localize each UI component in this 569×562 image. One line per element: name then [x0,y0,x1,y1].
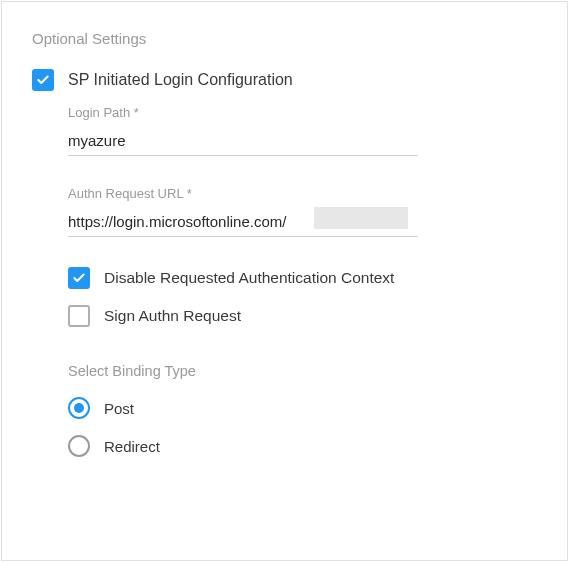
binding-post-radio[interactable] [68,397,90,419]
sign-authn-row: Sign Authn Request [68,305,537,327]
binding-redirect-row: Redirect [68,435,537,457]
login-path-field: Login Path * [68,105,537,156]
disable-rac-label: Disable Requested Authentication Context [104,269,394,287]
binding-redirect-label: Redirect [104,438,160,455]
login-path-input[interactable] [68,128,418,156]
binding-block: Select Binding Type Post Redirect [68,363,537,457]
sp-initiated-row: SP Initiated Login Configuration [32,69,537,91]
check-icon [36,73,50,87]
binding-title: Select Binding Type [68,363,537,379]
optional-settings-panel: Optional Settings SP Initiated Login Con… [1,1,568,561]
login-path-label: Login Path * [68,105,537,120]
radio-dot-icon [74,403,84,413]
authn-url-label: Authn Request URL * [68,186,537,201]
section-title: Optional Settings [32,30,537,47]
redacted-block [314,207,408,229]
disable-rac-row: Disable Requested Authentication Context [68,267,537,289]
sp-initiated-body: Login Path * Authn Request URL * Disable… [68,105,537,457]
check-icon [72,271,86,285]
binding-post-label: Post [104,400,134,417]
sp-initiated-checkbox[interactable] [32,69,54,91]
sub-options: Disable Requested Authentication Context… [68,267,537,327]
sign-authn-label: Sign Authn Request [104,307,241,325]
binding-post-row: Post [68,397,537,419]
authn-url-field: Authn Request URL * [68,186,537,237]
binding-redirect-radio[interactable] [68,435,90,457]
sp-initiated-label: SP Initiated Login Configuration [68,71,293,89]
sign-authn-checkbox[interactable] [68,305,90,327]
disable-rac-checkbox[interactable] [68,267,90,289]
